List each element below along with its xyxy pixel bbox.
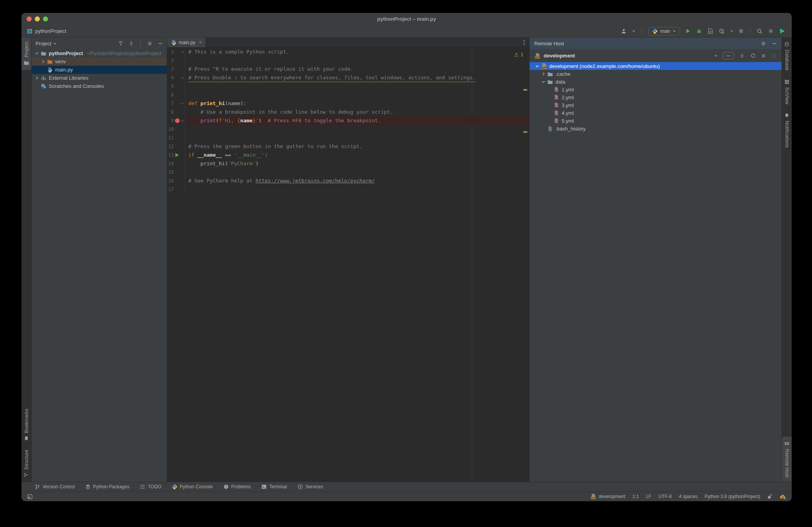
remote-collapse-all-icon[interactable] xyxy=(739,53,745,59)
editor-gutter[interactable]: 13 xyxy=(167,151,185,159)
remote-tree-row-.bash-history[interactable]: ?.bash_history xyxy=(530,125,782,132)
refresh-icon[interactable] xyxy=(750,53,756,59)
code-line-2[interactable]: 2 xyxy=(167,56,529,65)
project-tree-row-external-libraries[interactable]: External Libraries xyxy=(32,74,167,82)
stripe-button-bookmarks[interactable]: Bookmarks xyxy=(21,404,31,445)
status-item-python-3.8-pythonproject-[interactable]: Python 3.8 (pythonProject) xyxy=(705,494,760,499)
close-button[interactable] xyxy=(27,16,32,21)
collapse-all-icon[interactable] xyxy=(128,41,134,46)
remote-tree-row-data[interactable]: data xyxy=(530,78,782,86)
tool-window-button-python-packages[interactable]: Python Packages xyxy=(85,484,129,489)
fold-marker-icon[interactable] xyxy=(181,50,184,54)
stripe-button-database[interactable]: Database xyxy=(782,38,792,75)
fold-marker-icon[interactable] xyxy=(181,102,184,105)
status-item-1-1[interactable]: 1:1 xyxy=(632,494,639,499)
editor-gutter[interactable]: 6 xyxy=(167,91,185,99)
stripe-button-remote-host[interactable]: Remote Host xyxy=(782,437,792,482)
breakpoint-icon[interactable] xyxy=(175,118,180,123)
editor-gutter[interactable]: 14 xyxy=(167,159,185,168)
tab-close-icon[interactable]: × xyxy=(199,40,202,45)
fold-marker-icon[interactable] xyxy=(181,76,184,79)
project-view-dropdown-icon[interactable] xyxy=(53,42,57,45)
status-item-cloud-status[interactable] xyxy=(780,494,786,500)
editor-gutter[interactable]: 15 xyxy=(167,168,185,177)
profiler-dropdown-icon[interactable] xyxy=(730,29,733,33)
code-line-6[interactable]: 6 xyxy=(167,91,529,99)
project-panel-title[interactable]: Project xyxy=(36,41,51,46)
disconnect-icon[interactable] xyxy=(761,54,766,58)
run-button[interactable] xyxy=(685,28,691,34)
code-with-me-users-icon[interactable] xyxy=(621,28,627,34)
browse-more-button[interactable]: ... xyxy=(723,52,734,59)
code-line-11[interactable]: 11 xyxy=(167,134,529,142)
search-everywhere-icon[interactable] xyxy=(757,28,763,34)
remote-hide-panel-icon[interactable] xyxy=(772,41,777,46)
project-breadcrumb[interactable]: pythonProject xyxy=(35,28,66,34)
chevron-down-icon[interactable] xyxy=(35,51,39,55)
editor-gutter[interactable]: 10 xyxy=(167,125,185,134)
code-line-5[interactable]: 5 xyxy=(167,82,529,91)
chevron-down-icon[interactable] xyxy=(541,80,546,84)
chevron-right-icon[interactable] xyxy=(541,72,546,76)
editor-gutter[interactable]: 7 xyxy=(167,99,185,108)
run-config-selector[interactable]: main xyxy=(648,27,680,36)
code-line-12[interactable]: 12# Press the green button in the gutter… xyxy=(167,142,529,151)
project-tree-row-venv[interactable]: venv xyxy=(32,57,167,66)
editor-gutter[interactable]: 17 xyxy=(167,185,185,194)
project-tree-row-scratches-and-consoles[interactable]: Scratches and Consoles xyxy=(32,82,167,90)
project-settings-gear-icon[interactable] xyxy=(147,41,153,46)
inspection-widget[interactable]: ⚠ 1 xyxy=(514,50,523,59)
tool-window-button-problems[interactable]: Problems xyxy=(223,484,251,489)
code-line-13[interactable]: 13if __name__ == '__main__': xyxy=(167,151,529,159)
editor-gutter[interactable]: 4 xyxy=(167,73,185,82)
code-line-17[interactable]: 17 xyxy=(167,185,529,194)
remote-tree-row-.cache[interactable]: .cache xyxy=(530,70,782,78)
remote-tree-row-development-node2.example.com-home-ubuntu-[interactable]: SFTPdevelopment (node2.example.com/home/… xyxy=(530,62,782,70)
status-item-lock-status[interactable] xyxy=(767,494,773,499)
stripe-button-project[interactable]: Project xyxy=(21,38,31,70)
run-line-icon[interactable] xyxy=(175,153,179,157)
hide-panel-icon[interactable] xyxy=(158,41,163,46)
status-item-4-spaces[interactable]: 4 spaces xyxy=(679,494,698,499)
remote-tree-row-5.yml[interactable]: YML5.yml xyxy=(530,117,782,125)
error-stripe-mark[interactable] xyxy=(523,131,527,133)
editor-gutter[interactable]: 1 xyxy=(167,48,185,56)
project-tree-row-pythonproject[interactable]: pythonProject~/PycharmProjects/pythonPro… xyxy=(32,49,167,57)
code-line-10[interactable]: 10 xyxy=(167,125,529,134)
tool-window-button-terminal[interactable]: Terminal xyxy=(261,484,287,489)
chevron-right-icon[interactable] xyxy=(35,76,39,80)
code-line-14[interactable]: 14 print_hi('PyCharm') xyxy=(167,159,529,168)
stripe-button-notifications[interactable]: Notifications xyxy=(782,109,792,152)
code-line-16[interactable]: 16# See PyCharm help at https://www.jetb… xyxy=(167,177,529,185)
code-line-4[interactable]: 4# Press Double ⇧ to search everywhere f… xyxy=(167,73,529,82)
editor-tab-main-py[interactable]: main.py × xyxy=(167,38,206,47)
settings-gear-icon[interactable] xyxy=(768,28,774,34)
layout-icon[interactable] xyxy=(27,494,33,500)
coverage-button[interactable] xyxy=(707,28,714,34)
status-item-development[interactable]: SFTPdevelopment xyxy=(590,493,625,500)
editor-gutter[interactable]: 12 xyxy=(167,142,185,151)
remote-tree-row-2.yml[interactable]: YML2.yml xyxy=(530,93,782,101)
editor-gutter[interactable]: 3 xyxy=(167,65,185,73)
tabbar-kebab-icon[interactable] xyxy=(519,38,529,47)
code-line-8[interactable]: 8 # Use a breakpoint in the code line be… xyxy=(167,108,529,116)
remote-settings-gear-icon[interactable] xyxy=(760,41,766,46)
error-stripe-mark[interactable] xyxy=(523,89,527,91)
editor-gutter[interactable]: 11 xyxy=(167,134,185,142)
expand-all-icon[interactable] xyxy=(118,41,123,46)
gradient-play-icon[interactable] xyxy=(779,28,785,34)
zoom-button[interactable] xyxy=(43,16,48,21)
tool-window-button-todo[interactable]: TODO xyxy=(140,484,161,489)
stripe-button-sciview[interactable]: SciView xyxy=(782,75,792,109)
chevron-right-icon[interactable] xyxy=(41,59,45,64)
remote-tree-row-1.yml[interactable]: YML1.yml xyxy=(530,86,782,93)
tool-window-button-services[interactable]: Services xyxy=(298,484,323,489)
stripe-button-structure[interactable]: Structure xyxy=(21,445,31,482)
fold-marker-icon[interactable] xyxy=(181,119,184,122)
minimize-button[interactable] xyxy=(35,16,40,21)
code-editor[interactable]: 1# This is a sample Python script.23# Pr… xyxy=(167,48,529,482)
remote-tree-row-4.yml[interactable]: YML4.yml xyxy=(530,109,782,117)
code-line-1[interactable]: 1# This is a sample Python script. xyxy=(167,48,529,56)
tool-window-button-version-control[interactable]: Version Control xyxy=(35,484,75,489)
code-line-3[interactable]: 3# Press ^R to execute it or replace it … xyxy=(167,65,529,73)
